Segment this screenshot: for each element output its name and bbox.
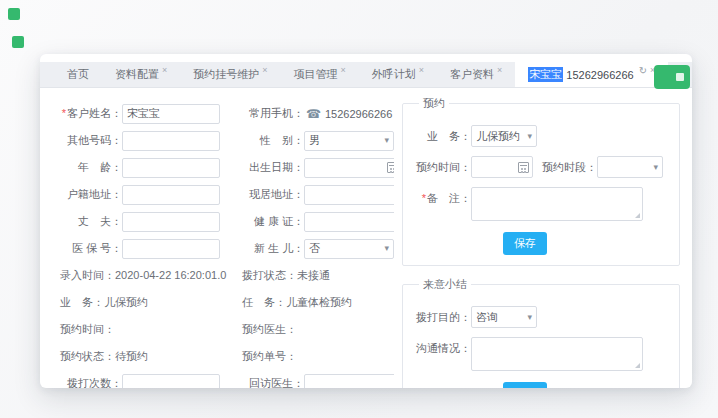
- primary-phone-label: 常用手机：: [238, 106, 304, 121]
- field-gender: 性 别： 男 ▾: [238, 127, 394, 154]
- field-newborn: 新 生 儿： 否 ▾: [238, 235, 394, 262]
- registered-address-label: 户籍地址：: [56, 187, 122, 202]
- close-icon[interactable]: ×: [497, 65, 502, 75]
- readonly-entry-time: 录入时间：2020-04-22 16:20:01.0: [56, 262, 238, 289]
- appointment-panel-title: 预约: [419, 96, 449, 111]
- field-health-cert: 健 康 证：: [238, 208, 394, 235]
- phone-icon[interactable]: ☎: [306, 107, 321, 121]
- primary-phone-value: 15262966266: [325, 108, 392, 120]
- appointment-save-button[interactable]: 保存: [503, 232, 547, 255]
- birth-date-label: 出生日期：: [238, 160, 304, 175]
- appointment-note-textarea[interactable]: [471, 187, 643, 221]
- summary-panel-title: 来意小结: [419, 277, 471, 292]
- main-content: *客户姓名： 常用手机： ☎ 15262966266 其他号码： 性 别： 男: [40, 88, 692, 388]
- current-address-label: 现居地址：: [238, 187, 304, 202]
- readonly-business: 业 务：儿保预约: [56, 289, 238, 316]
- tab-customer-active[interactable]: 宋宝宝 15262966266 ↻ ×: [515, 62, 668, 87]
- appointment-note-wrap: [471, 187, 643, 223]
- quick-action-button[interactable]: [654, 65, 690, 89]
- tab-label: 外呼计划: [372, 67, 416, 82]
- field-registered-address: 户籍地址：: [56, 181, 238, 208]
- call-purpose-label: 拨打目的：: [413, 306, 471, 325]
- newborn-value: 否: [309, 241, 320, 256]
- close-icon[interactable]: ×: [162, 65, 167, 75]
- customer-phone: 15262966266: [566, 69, 633, 81]
- current-address-input[interactable]: [304, 185, 394, 205]
- readonly-appointment-time: 预约时间：: [56, 316, 238, 343]
- call-count-label: 拨打次数：: [56, 376, 122, 388]
- appointment-slot-select[interactable]: ▾: [597, 156, 663, 178]
- appointment-time-label: 预约时间：: [413, 156, 471, 175]
- field-husband: 丈 夫：: [56, 208, 238, 235]
- tab-project-management[interactable]: 项目管理 ×: [281, 62, 359, 87]
- health-cert-label: 健 康 证：: [238, 214, 304, 229]
- app-window: 首页 资料配置 × 预约挂号维护 × 项目管理 × 外呼计划 × 客户资料 ×: [40, 54, 692, 388]
- newborn-select[interactable]: 否 ▾: [304, 239, 394, 259]
- husband-input[interactable]: [122, 212, 220, 232]
- gender-label: 性 别：: [238, 133, 304, 148]
- field-age: 年 龄：: [56, 154, 238, 181]
- tab-customer-data[interactable]: 客户资料 ×: [437, 62, 515, 87]
- field-appointment-time-slot: 预约时间： 预约时段： ▾: [413, 156, 667, 178]
- registered-address-input[interactable]: [122, 185, 220, 205]
- call-purpose-value: 咨询: [476, 310, 498, 325]
- call-purpose-select[interactable]: 咨询 ▾: [471, 306, 537, 328]
- close-icon[interactable]: ×: [341, 65, 346, 75]
- appointment-slot-label: 预约时段：: [539, 156, 597, 175]
- customer-name-label: *客户姓名：: [56, 106, 122, 121]
- tab-label: 客户资料: [450, 67, 494, 82]
- tab-bar: 首页 资料配置 × 预约挂号维护 × 项目管理 × 外呼计划 × 客户资料 ×: [40, 62, 692, 88]
- right-panels: 预约 业 务： 儿保预约 ▾ 预约时间：: [402, 96, 680, 388]
- appointment-time-input[interactable]: [471, 156, 533, 178]
- tab-outbound-call-plan[interactable]: 外呼计划 ×: [359, 62, 437, 87]
- tab-label: 首页: [67, 67, 89, 82]
- readonly-appointment-doctor: 预约医生：: [238, 316, 394, 343]
- floating-green-marker-icon[interactable]: [8, 8, 20, 20]
- desktop-background: 首页 资料配置 × 预约挂号维护 × 项目管理 × 外呼计划 × 客户资料 ×: [0, 0, 718, 418]
- calendar-icon[interactable]: [387, 162, 394, 173]
- customer-profile-form: *客户姓名： 常用手机： ☎ 15262966266 其他号码： 性 别： 男: [56, 100, 394, 388]
- chevron-down-icon: ▾: [384, 136, 389, 145]
- age-input[interactable]: [122, 158, 220, 178]
- gender-select[interactable]: 男 ▾: [304, 131, 394, 151]
- summary-save-button[interactable]: 保存: [503, 382, 547, 388]
- readonly-appointment-no: 预约单号：: [238, 343, 394, 370]
- calendar-icon[interactable]: [518, 162, 529, 173]
- insurance-no-label: 医 保 号：: [56, 241, 122, 256]
- tab-home[interactable]: 首页: [54, 62, 102, 87]
- customer-name-highlight: 宋宝宝: [528, 67, 563, 82]
- field-call-count: 拨打次数：: [56, 370, 238, 388]
- field-current-address: 现居地址：: [238, 181, 394, 208]
- field-customer-name: *客户姓名：: [56, 100, 238, 127]
- appointment-actions: 保存: [413, 232, 667, 255]
- visit-doctor-input[interactable]: [304, 374, 394, 389]
- tab-data-config[interactable]: 资料配置 ×: [102, 62, 180, 87]
- health-cert-input[interactable]: [304, 212, 394, 232]
- gender-value: 男: [309, 133, 320, 148]
- close-icon[interactable]: ×: [419, 65, 424, 75]
- chevron-down-icon: ▾: [527, 132, 532, 141]
- readonly-appointment-status: 预约状态：待预约: [56, 343, 238, 370]
- customer-name-input[interactable]: [122, 104, 220, 124]
- birth-date-field: [304, 158, 394, 178]
- appointment-panel: 预约 业 务： 儿保预约 ▾ 预约时间：: [402, 96, 680, 266]
- insurance-no-input[interactable]: [122, 239, 220, 259]
- floating-green-marker-icon[interactable]: [12, 36, 24, 48]
- refresh-icon[interactable]: ↻: [639, 65, 647, 76]
- call-count-input[interactable]: [122, 374, 220, 389]
- birth-date-input[interactable]: [304, 158, 394, 178]
- field-insurance-no: 医 保 号：: [56, 235, 238, 262]
- other-phone-label: 其他号码：: [56, 133, 122, 148]
- chevron-down-icon: ▾: [384, 244, 389, 253]
- close-icon[interactable]: ×: [262, 65, 267, 75]
- appointment-business-select[interactable]: 儿保预约 ▾: [471, 125, 537, 147]
- tab-appointment-registration[interactable]: 预约挂号维护 ×: [180, 62, 280, 87]
- communication-detail-wrap: [471, 337, 643, 373]
- tab-label: 资料配置: [115, 67, 159, 82]
- other-phone-input[interactable]: [122, 131, 220, 151]
- tab-label: 项目管理: [294, 67, 338, 82]
- appointment-business-value: 儿保预约: [476, 129, 520, 144]
- field-visit-doctor: 回访医生：: [238, 370, 394, 388]
- summary-panel: 来意小结 拨打目的： 咨询 ▾ 沟通情况：: [402, 277, 680, 388]
- communication-detail-textarea[interactable]: [471, 337, 643, 371]
